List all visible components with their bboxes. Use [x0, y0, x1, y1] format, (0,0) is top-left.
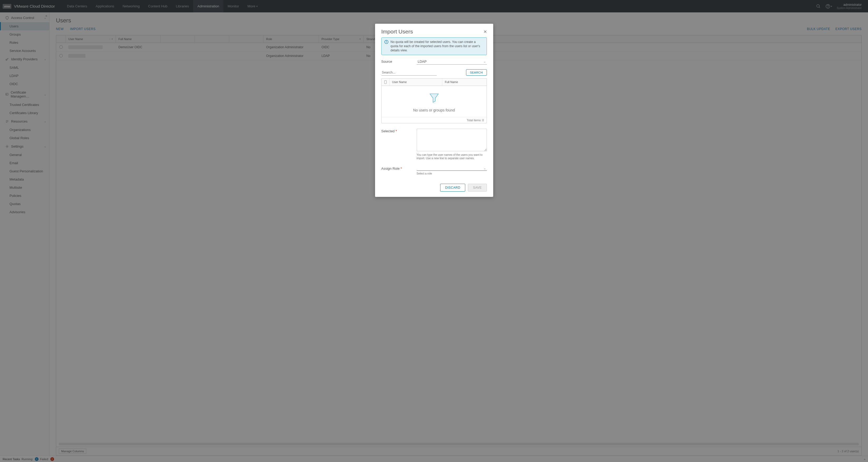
svg-point-10 [386, 41, 386, 41]
empty-message: No users or groups found [384, 108, 484, 112]
assign-role-label: Assign Role * [381, 166, 417, 170]
dialog-title: Import Users [381, 29, 413, 35]
picker-empty-state: No users or groups found [382, 86, 487, 117]
source-value: LDAP [418, 60, 427, 64]
chevron-down-icon: ⌄ [484, 60, 486, 63]
import-users-dialog: Import Users ✕ No quota will be created … [375, 24, 493, 197]
source-select[interactable]: LDAP ⌄ [417, 59, 487, 65]
select-all-checkbox[interactable] [382, 78, 390, 86]
selected-hint: You can type the user names of the users… [417, 153, 487, 160]
funnel-icon [428, 92, 440, 104]
assign-role-hint: Select a role [417, 172, 487, 175]
svg-point-11 [432, 102, 436, 103]
info-alert: No quota will be created for selected us… [381, 37, 487, 55]
discard-button[interactable]: DISCARD [440, 184, 466, 192]
selected-label: Selected * [381, 129, 417, 160]
picker-col-user-name[interactable]: User Name [390, 78, 442, 86]
source-label: Source [381, 60, 417, 64]
chevron-down-icon: ⌄ [484, 167, 486, 170]
search-button[interactable]: SEARCH [466, 69, 487, 76]
picker-col-full-name[interactable]: Full Name [442, 78, 487, 86]
search-input[interactable] [381, 69, 437, 76]
save-button[interactable]: SAVE [468, 184, 487, 192]
selected-users-textarea[interactable] [417, 129, 487, 151]
close-icon[interactable]: ✕ [484, 29, 487, 34]
assign-role-select[interactable]: ⌄ [417, 166, 487, 171]
info-text: No quota will be created for selected us… [391, 40, 484, 53]
picker-total-items: Total items: 0 [382, 117, 487, 123]
info-icon [384, 40, 389, 53]
user-picker-grid: User Name Full Name No users or groups f… [381, 78, 487, 123]
